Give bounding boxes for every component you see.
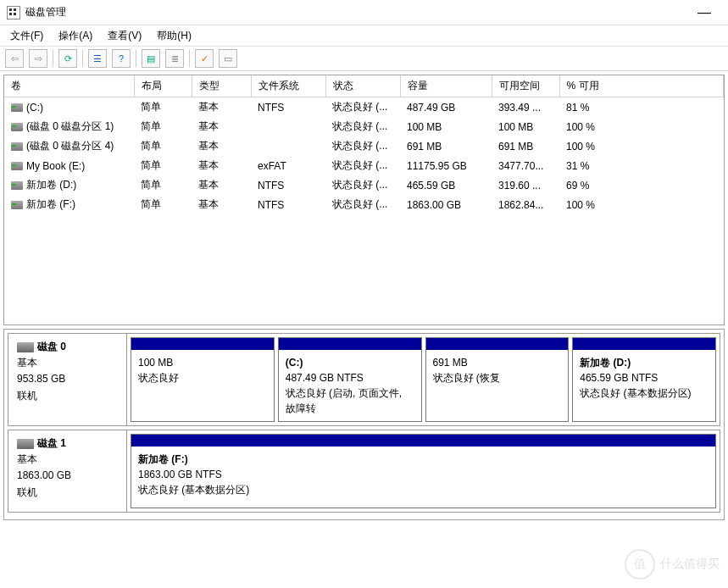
partition-name: 新加卷 (F:) (138, 452, 709, 467)
action-button[interactable]: ▭ (219, 49, 237, 68)
vol-free: 100 MB (492, 117, 559, 136)
vol-capacity: 487.49 GB (400, 97, 492, 118)
vol-free: 691 MB (492, 136, 559, 156)
partition[interactable]: 691 MB 状态良好 (恢复 (425, 337, 570, 422)
col-layout[interactable]: 布局 (134, 75, 192, 97)
volume-row[interactable]: (磁盘 0 磁盘分区 1) 简单 基本 状态良好 (... 100 MB 100… (4, 117, 724, 136)
vol-fs (251, 117, 325, 136)
check-button[interactable]: ✓ (195, 49, 214, 68)
watermark-text: 什么值得买 (660, 557, 720, 572)
volume-table[interactable]: 卷 布局 类型 文件系统 状态 容量 可用空间 % 可用 (C:) 简单 基本 … (4, 75, 724, 214)
col-status[interactable]: 状态 (325, 75, 400, 97)
disk-capacity: 1863.00 GB (17, 468, 118, 484)
partition-size: 487.49 GB NTFS (286, 370, 414, 386)
volume-row[interactable]: 新加卷 (D:) 简单 基本 NTFS 状态良好 (... 465.59 GB … (4, 175, 724, 195)
col-volume[interactable]: 卷 (4, 75, 134, 97)
vol-name: 新加卷 (F:) (4, 195, 134, 214)
disk-icon (17, 342, 34, 352)
vol-pct: 100 % (559, 195, 724, 214)
partition-header (573, 338, 715, 350)
menu-help[interactable]: 帮助(H) (150, 27, 198, 45)
partition-header (426, 338, 569, 350)
partition-body: (C:) 487.49 GB NTFS 状态良好 (启动, 页面文件, 故障转 (279, 350, 421, 421)
list-view-button[interactable]: ▤ (142, 49, 160, 68)
menu-action[interactable]: 操作(A) (52, 27, 99, 45)
vol-capacity: 100 MB (400, 117, 492, 136)
vol-free: 1862.84... (492, 195, 559, 214)
settings-button[interactable]: ≣ (165, 49, 184, 68)
back-button[interactable]: ⇦ (5, 49, 24, 68)
partition-header (279, 338, 421, 350)
vol-fs: NTFS (251, 97, 325, 118)
vol-name: My Book (E:) (4, 156, 134, 175)
drive-icon (11, 103, 23, 112)
volume-list-pane: 卷 布局 类型 文件系统 状态 容量 可用空间 % 可用 (C:) 简单 基本 … (3, 75, 725, 325)
watermark-icon: 值 (625, 549, 655, 580)
partition[interactable]: 新加卷 (D:) 465.59 GB NTFS 状态良好 (基本数据分区) (572, 337, 716, 422)
title-bar: 磁盘管理 — (0, 0, 728, 25)
disk-state: 联机 (17, 485, 118, 501)
vol-name: (磁盘 0 磁盘分区 1) (4, 117, 134, 136)
partition-body: 691 MB 状态良好 (恢复 (426, 350, 569, 391)
vol-fs: NTFS (251, 175, 325, 195)
partition[interactable]: 100 MB 状态良好 (131, 337, 275, 422)
col-free[interactable]: 可用空间 (492, 75, 559, 97)
vol-status: 状态良好 (... (325, 156, 400, 175)
volume-row[interactable]: (磁盘 0 磁盘分区 4) 简单 基本 状态良好 (... 691 MB 691… (4, 136, 724, 156)
partition-status: 状态良好 (基本数据分区) (138, 482, 709, 497)
vol-layout: 简单 (134, 175, 192, 195)
partition-size: 465.59 GB NTFS (580, 370, 709, 386)
volume-row[interactable]: (C:) 简单 基本 NTFS 状态良好 (... 487.49 GB 393.… (4, 97, 724, 118)
refresh-button[interactable]: ⟳ (58, 49, 77, 68)
partitions-container: 100 MB 状态良好 (C:) 487.49 GB NTFS 状态良好 (启动… (127, 334, 720, 425)
partition[interactable]: (C:) 487.49 GB NTFS 状态良好 (启动, 页面文件, 故障转 (278, 337, 422, 422)
vol-type: 基本 (192, 175, 251, 195)
vol-free: 3477.70... (492, 156, 559, 175)
toolbar-separator (136, 50, 136, 67)
vol-layout: 简单 (134, 136, 192, 156)
disk-label[interactable]: 磁盘 0 基本 953.85 GB 联机 (8, 334, 127, 425)
partition-body: 新加卷 (D:) 465.59 GB NTFS 状态良好 (基本数据分区) (573, 350, 715, 406)
disk-name: 磁盘 0 (37, 341, 66, 352)
vol-pct: 69 % (559, 175, 724, 195)
col-pct[interactable]: % 可用 (559, 75, 724, 97)
volume-row[interactable]: 新加卷 (F:) 简单 基本 NTFS 状态良好 (... 1863.00 GB… (4, 195, 724, 214)
vol-status: 状态良好 (... (325, 175, 400, 195)
disk-state: 联机 (17, 388, 118, 404)
properties-button[interactable]: ☰ (88, 49, 107, 68)
menu-file[interactable]: 文件(F) (3, 27, 50, 45)
window-title: 磁盘管理 (25, 5, 687, 19)
col-filesystem[interactable]: 文件系统 (251, 75, 325, 97)
disk-capacity: 953.85 GB (17, 371, 118, 387)
vol-type: 基本 (192, 117, 251, 136)
partition[interactable]: 新加卷 (F:) 1863.00 GB NTFS 状态良好 (基本数据分区) (131, 434, 716, 508)
vol-status: 状态良好 (... (325, 97, 400, 118)
disk-label[interactable]: 磁盘 1 基本 1863.00 GB 联机 (8, 430, 127, 512)
disk-row: 磁盘 1 基本 1863.00 GB 联机 新加卷 (F:) 1863.00 G… (8, 430, 720, 513)
col-capacity[interactable]: 容量 (400, 75, 492, 97)
partition-name: 新加卷 (D:) (580, 355, 709, 370)
vol-type: 基本 (192, 195, 251, 214)
toolbar-separator (189, 50, 190, 67)
col-type[interactable]: 类型 (192, 75, 251, 97)
menu-view[interactable]: 查看(V) (101, 27, 148, 45)
graphical-view-pane: 磁盘 0 基本 953.85 GB 联机 100 MB 状态良好 (C:) 48… (3, 329, 725, 520)
vol-fs (251, 136, 325, 156)
help-button[interactable]: ? (112, 49, 131, 68)
partition-status: 状态良好 (138, 370, 267, 386)
drive-icon (11, 201, 23, 209)
drive-icon (11, 142, 23, 151)
partition-size: 691 MB (433, 355, 562, 370)
drive-icon (11, 123, 23, 131)
volume-row[interactable]: My Book (E:) 简单 基本 exFAT 状态良好 (... 11175… (4, 156, 724, 175)
vol-fs: exFAT (251, 156, 325, 175)
toolbar-separator (53, 50, 53, 67)
forward-button[interactable]: ⇨ (29, 49, 47, 68)
vol-status: 状态良好 (... (325, 117, 400, 136)
partition-size: 1863.00 GB NTFS (138, 467, 709, 482)
vol-capacity: 1863.00 GB (400, 195, 492, 214)
vol-type: 基本 (192, 136, 251, 156)
minimize-button[interactable]: — (687, 0, 721, 25)
app-icon (7, 6, 20, 19)
partition-body: 100 MB 状态良好 (131, 350, 274, 391)
